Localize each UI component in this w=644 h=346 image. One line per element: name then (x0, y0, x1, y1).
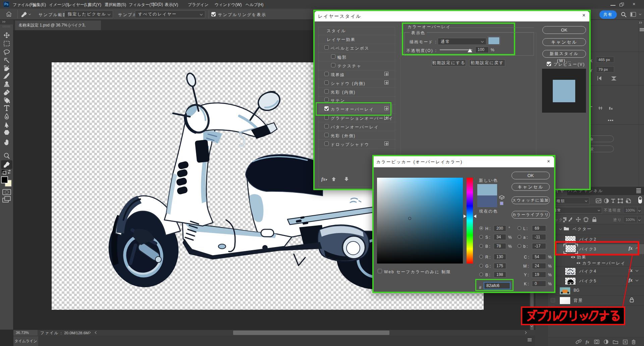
svg-text:fx: fx (586, 339, 589, 344)
